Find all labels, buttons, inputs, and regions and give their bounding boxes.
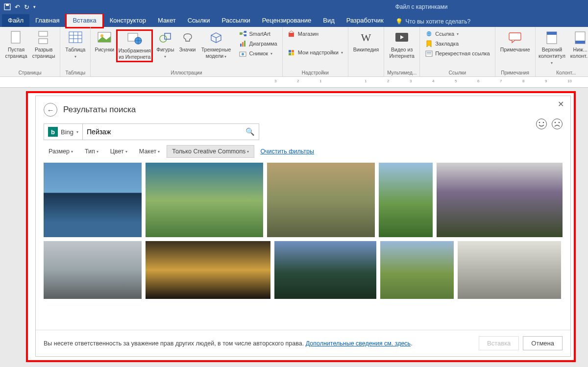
result-thumb[interactable]	[458, 241, 561, 299]
video-label: Видео из Интернета	[389, 47, 415, 59]
bing-label: Bing	[61, 128, 74, 136]
page-break-button[interactable]: Разрыв страницы	[30, 29, 57, 60]
bookmark-label: Закладка	[435, 41, 459, 47]
tab-references[interactable]: Ссылки	[182, 14, 216, 27]
svg-rect-28	[292, 50, 294, 52]
save-icon[interactable]	[4, 3, 11, 10]
svg-rect-4	[39, 39, 48, 44]
chart-label: Диаграмма	[249, 41, 277, 47]
tab-review[interactable]: Рецензирование	[256, 14, 317, 27]
filter-size-label: Размер	[49, 148, 70, 155]
icons-button[interactable]: Значки	[178, 29, 197, 54]
tab-view[interactable]: Вид	[317, 14, 341, 27]
comment-button[interactable]: Примечание	[498, 29, 532, 54]
disclaimer-link[interactable]: Дополнительные сведения см. здесь	[306, 340, 411, 347]
filter-type[interactable]: Тип▾	[80, 146, 103, 157]
svg-rect-1	[6, 4, 9, 6]
my-addins-button[interactable]: Мои надстройки ▾	[286, 48, 345, 57]
screenshot-label: Снимок	[249, 50, 269, 56]
store-button[interactable]: Магазин	[286, 29, 345, 38]
pictures-label: Рисунки	[95, 47, 114, 53]
svg-rect-26	[289, 33, 294, 37]
result-thumb[interactable]	[380, 241, 454, 299]
tab-home[interactable]: Главная	[29, 14, 65, 27]
undo-icon[interactable]: ↶	[15, 3, 20, 11]
svg-rect-27	[289, 50, 291, 52]
footer-button[interactable]: Ниж... колонт...	[566, 29, 588, 60]
3d-models-button[interactable]: Трехмерные модели ▾	[198, 29, 234, 60]
filter-layout[interactable]: Макет▾	[134, 146, 165, 157]
page-break-label: Разрыв страницы	[32, 47, 55, 59]
search-input[interactable]	[87, 128, 245, 136]
online-pictures-dialog: ✕ ← Результаты поиска b Bing ▾ 🔍	[35, 96, 571, 357]
svg-rect-21	[240, 44, 242, 47]
insert-button: Вставка	[479, 336, 519, 350]
filter-color[interactable]: Цвет▾	[105, 146, 132, 157]
tab-file[interactable]: Файл	[2, 14, 29, 27]
clear-filters-link[interactable]: Очистить фильтры	[260, 148, 314, 155]
table-button[interactable]: Таблица▾	[63, 29, 87, 60]
chart-button[interactable]: Диаграмма	[237, 39, 279, 48]
tab-mailings[interactable]: Рассылки	[216, 14, 256, 27]
document-area: ✕ ← Результаты поиска b Bing ▾ 🔍	[0, 88, 588, 367]
bing-provider-button[interactable]: b Bing ▾	[44, 123, 83, 140]
blank-page-button[interactable]: Пустая страница	[3, 29, 29, 60]
tab-developer[interactable]: Разработчик	[341, 14, 390, 27]
my-addins-label: Мои надстройки	[298, 49, 339, 55]
tell-me-box[interactable]: 💡 Что вы хотите сделать?	[395, 18, 471, 27]
back-button[interactable]: ←	[44, 103, 57, 117]
search-icon[interactable]: 🔍	[245, 127, 255, 136]
crossref-button[interactable]: Перекрестная ссылка	[423, 49, 492, 58]
screenshot-button[interactable]: Снимок ▾	[237, 49, 279, 58]
header-button[interactable]: Верхний колонтитул ▾	[539, 29, 566, 67]
close-button[interactable]: ✕	[556, 99, 565, 109]
online-pictures-button[interactable]: Изображения из Интернета	[116, 29, 153, 62]
tab-insert[interactable]: Вставка	[65, 13, 103, 28]
crossref-label: Перекрестная ссылка	[435, 50, 490, 56]
result-thumb[interactable]	[267, 163, 375, 237]
tell-me-label: Что вы хотите сделать?	[406, 18, 471, 25]
document-title: Файл с картинками	[395, 3, 448, 10]
filter-size[interactable]: Размер▾	[44, 146, 78, 157]
comment-label: Примечание	[500, 47, 530, 53]
tab-design[interactable]: Конструктор	[104, 14, 152, 27]
svg-rect-22	[242, 42, 244, 47]
header-label: Верхний колонтитул	[539, 47, 565, 59]
link-button[interactable]: Ссылка ▾	[423, 29, 492, 38]
svg-rect-17	[244, 31, 246, 33]
frown-icon[interactable]	[552, 119, 563, 129]
filter-color-label: Цвет	[110, 148, 124, 155]
result-thumb[interactable]	[274, 241, 376, 299]
lightbulb-icon: 💡	[395, 18, 403, 25]
smartart-button[interactable]: SmartArt	[237, 29, 279, 38]
group-tables-label: Таблицы	[63, 69, 87, 76]
svg-point-45	[559, 122, 560, 123]
online-video-button[interactable]: Видео из Интернета	[387, 29, 416, 60]
bookmark-button[interactable]: Закладка	[423, 39, 492, 48]
redo-icon[interactable]: ↻	[24, 3, 29, 11]
result-thumb[interactable]	[44, 163, 142, 237]
result-thumb[interactable]	[146, 163, 263, 237]
filter-cc-label: Только Creative Commons	[172, 148, 245, 155]
titlebar: ↶ ↻ ▾ Файл с картинками	[0, 0, 588, 14]
smile-icon[interactable]	[536, 119, 547, 129]
result-thumb[interactable]	[146, 241, 270, 299]
svg-point-42	[539, 122, 540, 123]
cancel-button[interactable]: Отмена	[523, 336, 563, 350]
pictures-button[interactable]: Рисунки	[94, 29, 115, 54]
table-label: Таблица	[65, 47, 85, 52]
qat-dropdown-icon[interactable]: ▾	[33, 4, 36, 9]
result-thumb[interactable]	[437, 163, 563, 237]
result-thumb[interactable]	[379, 163, 433, 237]
result-thumb[interactable]	[44, 241, 142, 299]
wikipedia-button[interactable]: WВикипедия	[351, 29, 381, 54]
tab-layout[interactable]: Макет	[152, 14, 182, 27]
shapes-label: Фигуры	[156, 47, 174, 52]
svg-line-20	[242, 33, 244, 35]
shapes-button[interactable]: Фигуры ▾	[154, 29, 176, 60]
svg-point-14	[160, 35, 167, 42]
svg-point-43	[543, 122, 544, 123]
filter-cc[interactable]: Только Creative Commons▾	[167, 145, 254, 158]
group-header-label: Колонт...	[539, 69, 588, 76]
dialog-title: Результаты поиска	[63, 105, 136, 115]
